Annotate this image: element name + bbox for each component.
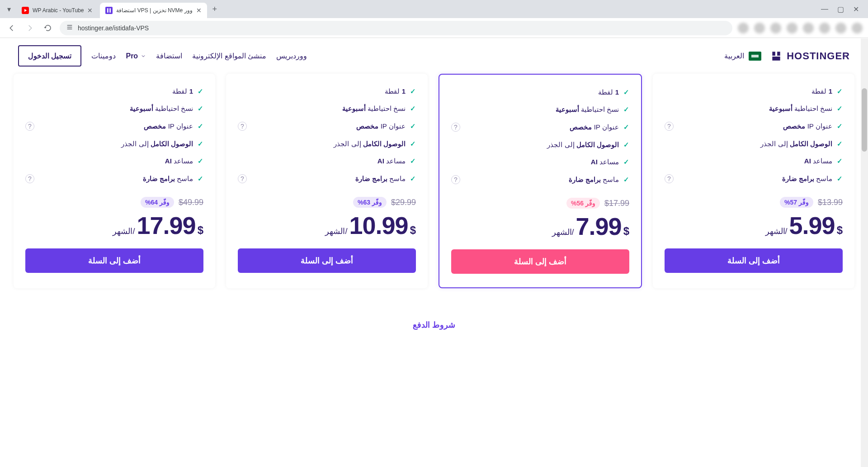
check-icon: ✓ bbox=[410, 105, 416, 113]
info-icon[interactable]: ? bbox=[25, 174, 34, 183]
nav-hosting[interactable]: استضافة bbox=[156, 52, 182, 60]
feature-item: ✓ماسح برامج ضارة? bbox=[451, 171, 629, 189]
tab-search-dropdown[interactable]: ▾ bbox=[4, 5, 14, 14]
feature-item: ✓نسخ احتياطية أسبوعية bbox=[665, 100, 843, 117]
scrollbar-thumb[interactable] bbox=[862, 88, 867, 152]
feature-item: ✓مساعد AI bbox=[25, 152, 203, 170]
feature-item: ✓1 لقطة bbox=[25, 83, 203, 100]
extension-icons bbox=[738, 23, 863, 33]
address-bar[interactable]: hostinger.ae/istidafa-VPS bbox=[60, 21, 732, 35]
info-icon[interactable]: ? bbox=[238, 174, 247, 183]
feature-item: ✓عنوان IP مخصص? bbox=[25, 117, 203, 135]
feature-list: ✓1 لقطة✓نسخ احتياطية أسبوعية✓عنوان IP مخ… bbox=[238, 83, 416, 188]
info-icon[interactable]: ? bbox=[451, 123, 460, 132]
payment-terms-link[interactable]: شروط الدفع bbox=[413, 320, 455, 329]
price-row: $29.99وفّر 63% bbox=[238, 197, 416, 208]
feature-item: ✓1 لقطة bbox=[238, 83, 416, 100]
close-icon[interactable]: ✕ bbox=[196, 7, 202, 14]
nav-builder[interactable]: منشئ المواقع الإلكترونية bbox=[192, 52, 266, 60]
maximize-icon[interactable]: ▢ bbox=[837, 5, 844, 14]
browser-tab-hostinger[interactable]: استضافة VPS | تخزين NVMe وور ✕ bbox=[100, 3, 207, 18]
pricing-plan: ✓1 لقطة✓نسخ احتياطية أسبوعية✓عنوان IP مخ… bbox=[439, 74, 642, 288]
check-icon: ✓ bbox=[623, 158, 629, 166]
brand-logo[interactable]: HOSTINGER bbox=[770, 50, 850, 62]
currency: $ bbox=[198, 224, 203, 237]
check-icon: ✓ bbox=[837, 87, 843, 95]
save-badge: وفّر 64% bbox=[141, 197, 174, 208]
forward-button[interactable] bbox=[24, 22, 36, 34]
check-icon: ✓ bbox=[837, 122, 843, 130]
tab-title: WP Arabic - YouTube bbox=[33, 7, 84, 14]
feature-text: ماسح برامج ضارة bbox=[143, 175, 193, 183]
price: $10.99/الشهر bbox=[238, 211, 416, 239]
back-button[interactable] bbox=[5, 22, 18, 34]
feature-list: ✓1 لقطة✓نسخ احتياطية أسبوعية✓عنوان IP مخ… bbox=[25, 83, 203, 188]
site-info-icon[interactable] bbox=[66, 24, 73, 32]
feature-item: ✓مساعد AI bbox=[238, 152, 416, 170]
site-header: تسجيل الدخول دومينات Pro استضافة منشئ ال… bbox=[0, 38, 868, 74]
nav-domains[interactable]: دومينات bbox=[91, 52, 116, 60]
check-icon: ✓ bbox=[837, 175, 843, 183]
browser-tab-youtube[interactable]: WP Arabic - YouTube ✕ bbox=[16, 3, 98, 18]
feature-text: نسخ احتياطية أسبوعية bbox=[769, 105, 832, 113]
info-icon[interactable]: ? bbox=[238, 122, 247, 131]
feature-item: ✓1 لقطة bbox=[451, 84, 629, 101]
price-row: $49.99وفّر 64% bbox=[25, 197, 203, 208]
nav-pro[interactable]: Pro bbox=[126, 52, 146, 60]
add-to-cart-button[interactable]: أضف إلى السلة bbox=[25, 248, 203, 273]
new-tab-button[interactable]: + bbox=[209, 5, 221, 14]
feature-item: ✓نسخ احتياطية أسبوعية bbox=[25, 100, 203, 117]
price-amount: 17.99 bbox=[137, 211, 196, 239]
pricing-section: ✓1 لقطة✓نسخ احتياطية أسبوعية✓عنوان IP مخ… bbox=[0, 74, 868, 348]
check-icon: ✓ bbox=[623, 88, 629, 96]
old-price: $29.99 bbox=[391, 198, 416, 207]
info-icon[interactable]: ? bbox=[665, 174, 674, 183]
price-amount: 10.99 bbox=[349, 211, 408, 239]
feature-text: الوصول الكامل إلى الجذر bbox=[121, 140, 193, 148]
info-icon[interactable]: ? bbox=[665, 122, 674, 131]
reload-button[interactable] bbox=[42, 22, 54, 34]
save-badge: وفّر 57% bbox=[780, 197, 813, 208]
feature-item: ✓ماسح برامج ضارة? bbox=[25, 170, 203, 188]
close-icon[interactable]: ✕ bbox=[87, 7, 93, 14]
feature-text: مساعد AI bbox=[591, 158, 619, 166]
old-price: $13.99 bbox=[818, 198, 843, 207]
login-button[interactable]: تسجيل الدخول bbox=[18, 45, 81, 67]
language-label: العربية bbox=[724, 52, 744, 60]
feature-item: ✓الوصول الكامل إلى الجذر bbox=[451, 136, 629, 153]
info-icon[interactable]: ? bbox=[451, 175, 460, 184]
feature-text: الوصول الكامل إلى الجذر bbox=[334, 140, 406, 148]
feature-item: ✓نسخ احتياطية أسبوعية bbox=[238, 100, 416, 117]
add-to-cart-button[interactable]: أضف إلى السلة bbox=[665, 248, 843, 273]
feature-text: نسخ احتياطية أسبوعية bbox=[130, 105, 193, 113]
scrollbar[interactable] bbox=[861, 38, 868, 348]
flag-icon bbox=[749, 52, 761, 61]
info-icon[interactable]: ? bbox=[25, 122, 34, 131]
svg-rect-1 bbox=[105, 7, 113, 14]
save-badge: وفّر 56% bbox=[566, 198, 600, 209]
check-icon: ✓ bbox=[410, 122, 416, 130]
currency: $ bbox=[837, 224, 843, 237]
feature-item: ✓1 لقطة bbox=[665, 83, 843, 100]
feature-text: 1 لقطة bbox=[811, 87, 832, 95]
language-selector[interactable]: العربية bbox=[724, 52, 761, 61]
close-window-icon[interactable]: ✕ bbox=[853, 5, 859, 14]
chevron-down-icon bbox=[141, 53, 146, 59]
price-row: $17.99وفّر 56% bbox=[451, 198, 629, 209]
nav-wordpress[interactable]: ووردبريس bbox=[276, 52, 307, 60]
price-period: /الشهر bbox=[325, 226, 347, 236]
price-amount: 5.99 bbox=[789, 211, 835, 239]
check-icon: ✓ bbox=[837, 140, 843, 148]
old-price: $17.99 bbox=[604, 199, 629, 208]
pricing-plan: ✓1 لقطة✓نسخ احتياطية أسبوعية✓عنوان IP مخ… bbox=[653, 74, 854, 288]
tab-title: استضافة VPS | تخزين NVMe وور bbox=[116, 7, 192, 14]
minimize-icon[interactable]: — bbox=[821, 5, 828, 14]
nav-pro-label: Pro bbox=[126, 52, 138, 60]
add-to-cart-button[interactable]: أضف إلى السلة bbox=[238, 248, 416, 273]
feature-item: ✓عنوان IP مخصص? bbox=[451, 118, 629, 136]
feature-item: ✓الوصول الكامل إلى الجذر bbox=[25, 135, 203, 152]
add-to-cart-button[interactable]: أضف إلى السلة bbox=[451, 249, 629, 274]
browser-tab-strip: ▾ WP Arabic - YouTube ✕ استضافة VPS | تخ… bbox=[0, 0, 868, 18]
feature-text: 1 لقطة bbox=[172, 87, 193, 95]
check-icon: ✓ bbox=[198, 157, 203, 165]
